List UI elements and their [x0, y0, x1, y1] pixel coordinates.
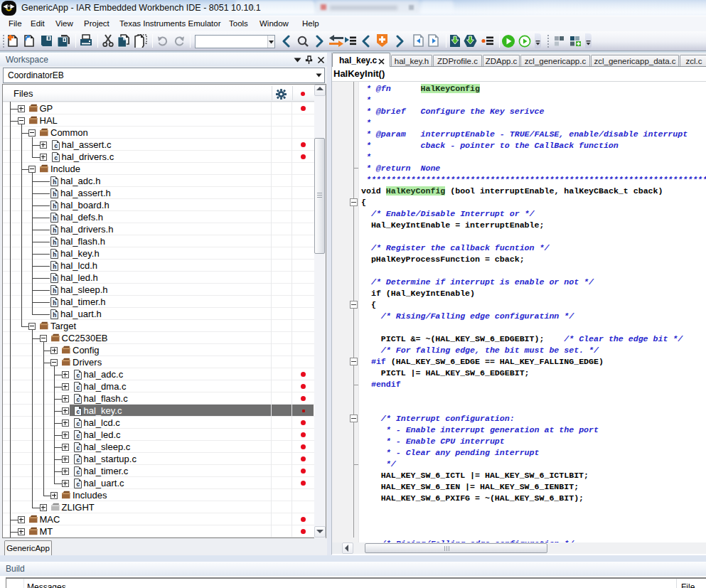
- svg-text:h: h: [53, 299, 56, 306]
- svg-text:c: c: [76, 420, 80, 427]
- svg-text:c: c: [76, 444, 80, 451]
- svg-text:h: h: [53, 178, 56, 186]
- svg-text:c: c: [76, 481, 80, 488]
- svg-text:c: c: [76, 456, 80, 464]
- svg-text:c: c: [76, 432, 80, 439]
- svg-text:c: c: [76, 372, 80, 379]
- svg-text:h: h: [53, 263, 56, 270]
- svg-text:c: c: [54, 142, 58, 149]
- svg-text:h: h: [53, 275, 56, 282]
- svg-text:h: h: [53, 287, 56, 294]
- svg-text:c: c: [76, 408, 80, 415]
- svg-text:h: h: [53, 215, 56, 222]
- svg-text:h: h: [53, 203, 56, 210]
- svg-text:h: h: [53, 191, 56, 198]
- svg-text:c: c: [76, 469, 80, 476]
- svg-text:c: c: [76, 396, 80, 403]
- svg-text:h: h: [53, 227, 56, 234]
- svg-text:c: c: [76, 384, 80, 391]
- svg-text:h: h: [53, 251, 56, 258]
- svg-text:h: h: [53, 239, 56, 246]
- svg-text:c: c: [54, 154, 58, 161]
- svg-text:h: h: [53, 311, 56, 319]
